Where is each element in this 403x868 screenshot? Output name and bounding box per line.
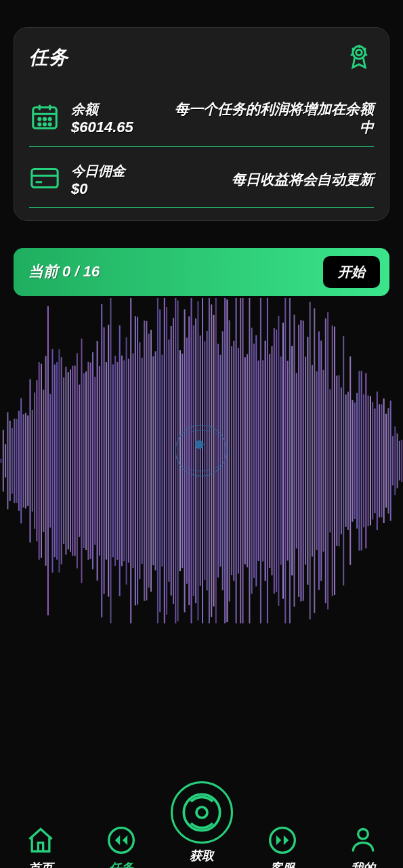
svg-rect-182 <box>385 414 387 508</box>
nav-home[interactable]: 首页 <box>0 823 81 868</box>
svg-rect-72 <box>139 342 140 579</box>
svg-rect-173 <box>365 373 366 549</box>
svg-rect-165 <box>347 392 349 530</box>
balance-value: $6014.65 <box>71 119 152 136</box>
svg-rect-143 <box>298 325 299 597</box>
svg-rect-34 <box>54 365 56 557</box>
svg-rect-186 <box>394 426 396 495</box>
svg-rect-174 <box>368 396 369 526</box>
svg-rect-175 <box>370 396 371 526</box>
nav-tasks-label: 任务 <box>109 860 133 868</box>
svg-point-191 <box>195 440 204 449</box>
svg-rect-152 <box>318 331 320 590</box>
svg-rect-13 <box>7 412 8 509</box>
svg-point-194 <box>196 807 207 818</box>
svg-rect-171 <box>361 371 362 551</box>
svg-rect-144 <box>300 320 301 601</box>
svg-rect-179 <box>379 404 380 517</box>
svg-rect-189 <box>401 440 402 482</box>
svg-rect-138 <box>287 361 289 561</box>
svg-rect-119 <box>245 357 246 564</box>
svg-rect-84 <box>166 307 167 615</box>
svg-rect-133 <box>276 329 277 592</box>
svg-rect-164 <box>345 394 347 526</box>
svg-rect-43 <box>75 366 76 556</box>
svg-rect-70 <box>135 316 136 606</box>
waveform-visual <box>0 298 403 623</box>
nav-tasks[interactable]: 任务 <box>81 823 161 868</box>
ribbon-badge-icon <box>344 41 374 74</box>
svg-point-192 <box>108 828 133 853</box>
svg-rect-17 <box>16 419 18 503</box>
start-button[interactable]: 开始 <box>323 256 380 288</box>
balance-kv: 余额 $6014.65 <box>71 100 152 136</box>
svg-rect-25 <box>34 392 35 529</box>
nav-mine[interactable]: 我的 <box>322 823 403 868</box>
svg-rect-28 <box>41 364 42 558</box>
svg-rect-32 <box>49 394 51 527</box>
svg-rect-48 <box>85 371 87 550</box>
svg-point-190 <box>175 425 227 476</box>
svg-rect-33 <box>52 349 54 573</box>
svg-rect-163 <box>343 336 344 585</box>
svg-rect-53 <box>97 341 98 581</box>
commission-desc: 每日收益将会自动更新 <box>163 170 374 188</box>
svg-rect-63 <box>119 325 121 596</box>
commission-row: 今日佣金 $0 每日收益将会自动更新 <box>29 159 374 208</box>
home-icon <box>26 823 56 857</box>
svg-rect-148 <box>310 302 311 620</box>
svg-rect-78 <box>152 356 154 565</box>
progress-bar: 当前 0 / 16 开始 <box>14 248 389 296</box>
svg-rect-134 <box>278 316 279 606</box>
svg-rect-21 <box>25 413 26 509</box>
svg-rect-140 <box>291 346 293 576</box>
svg-rect-122 <box>251 328 253 594</box>
play-orb-icon[interactable] <box>171 420 232 481</box>
svg-rect-185 <box>392 436 394 486</box>
svg-rect-18 <box>18 411 20 511</box>
svg-rect-35 <box>56 362 58 560</box>
svg-rect-55 <box>101 304 102 617</box>
svg-rect-22 <box>27 415 28 506</box>
svg-rect-16 <box>14 419 15 503</box>
svg-rect-116 <box>238 348 239 573</box>
forward-icon <box>268 823 297 857</box>
svg-rect-117 <box>240 298 241 623</box>
nav-get-label: 获取 <box>190 848 214 864</box>
svg-rect-181 <box>383 398 385 523</box>
svg-rect-178 <box>377 392 378 530</box>
svg-rect-147 <box>307 337 308 585</box>
svg-point-5 <box>49 119 51 121</box>
svg-rect-187 <box>397 434 398 489</box>
svg-rect-79 <box>155 351 156 570</box>
svg-rect-80 <box>157 298 158 623</box>
nav-mine-label: 我的 <box>351 860 375 868</box>
nav-support[interactable]: 客服 <box>242 823 322 868</box>
svg-rect-67 <box>128 358 129 562</box>
svg-rect-51 <box>92 352 93 570</box>
svg-rect-12 <box>5 444 6 477</box>
commission-kv: 今日佣金 $0 <box>71 162 152 198</box>
svg-rect-30 <box>45 356 47 566</box>
svg-rect-41 <box>70 369 71 552</box>
svg-rect-66 <box>126 337 127 585</box>
svg-rect-151 <box>316 371 318 550</box>
svg-rect-68 <box>130 298 131 623</box>
svg-rect-58 <box>108 325 109 596</box>
svg-rect-36 <box>58 349 60 572</box>
svg-rect-167 <box>352 400 354 522</box>
svg-rect-76 <box>148 334 150 588</box>
svg-rect-24 <box>32 410 33 512</box>
svg-rect-135 <box>280 356 282 564</box>
svg-point-4 <box>43 119 45 121</box>
svg-rect-128 <box>265 341 266 581</box>
svg-rect-71 <box>137 317 138 605</box>
card-title: 任务 <box>29 45 68 70</box>
svg-rect-156 <box>327 312 328 610</box>
svg-rect-11 <box>3 430 4 492</box>
disc-icon <box>171 781 233 844</box>
svg-rect-49 <box>87 362 89 560</box>
nav-get[interactable]: 获取 <box>161 781 242 864</box>
svg-rect-81 <box>159 310 161 613</box>
svg-rect-26 <box>36 380 37 541</box>
